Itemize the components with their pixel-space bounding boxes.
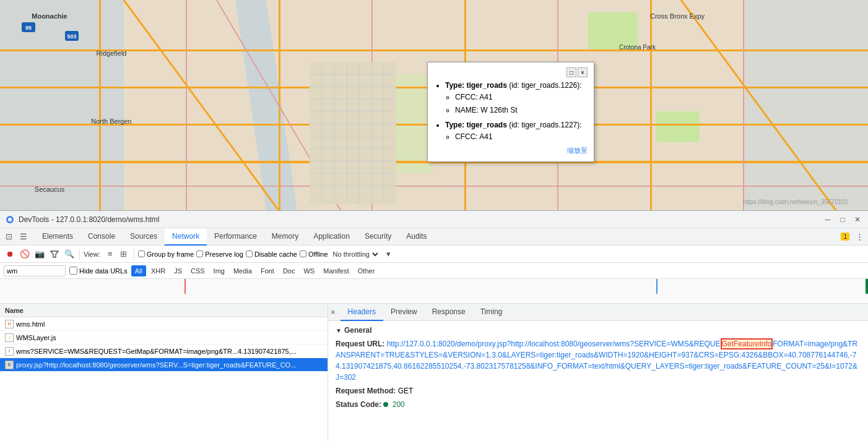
detail-tab-headers[interactable]: Headers xyxy=(341,304,383,321)
svg-rect-17 xyxy=(650,0,652,210)
tab-sources[interactable]: Sources xyxy=(123,228,165,246)
map-area: 95 503 Moonachie Ridgefield North Bergen… xyxy=(0,0,868,210)
filter-css-btn[interactable]: CSS xyxy=(187,265,209,276)
devtools-dock-btn[interactable]: ⊡ xyxy=(2,231,15,243)
preserve-log-checkbox[interactable]: Preserve log xyxy=(196,250,243,258)
detail-panel: × Headers Preview Response Timing ▼ Gene… xyxy=(328,304,868,441)
devtools-menu-btn[interactable]: ☰ xyxy=(17,231,30,243)
detail-tab-preview[interactable]: Preview xyxy=(383,304,425,321)
request-row-wms-html[interactable]: H wms.html xyxy=(0,317,328,331)
close-btn[interactable]: ✕ xyxy=(852,214,863,225)
request-row-proxy[interactable]: D proxy.jsp?http://localhost:8080/geoser… xyxy=(0,358,328,372)
popup-titlebar: □ × xyxy=(434,67,588,77)
detail-close-btn[interactable]: × xyxy=(331,307,336,317)
svg-text:Crotona Park: Crotona Park xyxy=(619,44,656,51)
preserve-log-label: Preserve log xyxy=(205,250,243,258)
tab-audits[interactable]: Audits xyxy=(399,228,434,246)
popup-minimize-btn[interactable]: □ xyxy=(566,67,576,77)
tab-performance[interactable]: Performance xyxy=(207,228,264,246)
view-label: View: xyxy=(84,250,100,258)
popup-item1-cfcc: CFCC: A41 xyxy=(455,92,588,103)
request-method-row: Request Method: GET xyxy=(336,385,861,396)
disable-cache-label: Disable cache xyxy=(254,250,297,258)
map-popup: □ × Type: tiger_roads (id: tiger_roads.1… xyxy=(427,62,594,162)
general-title: General xyxy=(344,326,372,335)
record-btn[interactable]: ⏺ xyxy=(4,248,16,260)
titlebar-controls: ─ □ ✕ xyxy=(822,214,863,225)
view-list-btn[interactable]: ≡ xyxy=(104,248,116,260)
preserve-log-input[interactable] xyxy=(196,250,203,257)
timeline-green-bar xyxy=(866,279,868,294)
filter-js-btn[interactable]: JS xyxy=(170,265,186,276)
request-list-body[interactable]: H wms.html J WMSLayer.js I wms?SERVICE=W… xyxy=(0,317,328,441)
filter-btn[interactable] xyxy=(48,248,61,260)
detail-tab-timing[interactable]: Timing xyxy=(473,304,510,321)
svg-rect-10 xyxy=(0,186,868,187)
camera-btn[interactable]: 📷 xyxy=(33,248,46,260)
status-code-label: Status Code: xyxy=(336,400,381,409)
popup-item2-type: Type: xyxy=(445,121,466,129)
filter-doc-btn[interactable]: Doc xyxy=(279,265,299,276)
tab-application[interactable]: Application xyxy=(306,228,357,246)
search-btn[interactable]: 🔍 xyxy=(63,248,76,260)
request-url-link[interactable]: http://127.0.0.1:8020/demo/proxy.jsp?htt… xyxy=(336,338,857,382)
view-grid-btn[interactable]: ⊞ xyxy=(118,248,130,260)
svg-text:North Bergen: North Bergen xyxy=(91,118,131,125)
popup-zoom-link[interactable]: 缩放至 xyxy=(434,145,588,156)
group-by-frame-label: Group by frame xyxy=(147,250,194,258)
throttle-select[interactable]: No throttling xyxy=(331,250,380,259)
toolbar-sep1 xyxy=(79,249,80,260)
group-by-frame-input[interactable] xyxy=(138,250,145,257)
request-method-value: GET xyxy=(398,387,414,395)
filter-xhr-btn[interactable]: XHR xyxy=(147,265,169,276)
request-name-wmslayer: WMSLayer.js xyxy=(16,334,56,341)
req-icon-js: J xyxy=(5,333,14,342)
minimize-btn[interactable]: ─ xyxy=(822,214,833,225)
filter-manifest-btn[interactable]: Manifest xyxy=(319,265,353,276)
devtools-more-btn[interactable]: ⋮ xyxy=(853,231,866,243)
disable-cache-input[interactable] xyxy=(246,250,253,257)
hide-data-urls-checkbox[interactable]: Hide data URLs xyxy=(69,267,128,275)
url-highlight: GetFeatureInfo xyxy=(721,338,773,349)
popup-item1-id: (id: tiger_roads.1226): xyxy=(509,81,581,90)
offline-checkbox[interactable]: Offline xyxy=(300,250,328,258)
request-method-label: Request Method: xyxy=(336,387,396,395)
clear-btn[interactable]: 🚫 xyxy=(19,248,31,260)
filter-media-btn[interactable]: Media xyxy=(230,265,256,276)
svg-rect-11 xyxy=(99,0,101,210)
hide-data-urls-input[interactable] xyxy=(69,267,77,275)
timeline-vline-blue xyxy=(656,279,658,294)
tab-console[interactable]: Console xyxy=(80,228,123,246)
collapse-triangle: ▼ xyxy=(336,327,342,334)
svg-rect-12 xyxy=(186,0,187,210)
req-icon-img: I xyxy=(5,347,14,356)
throttle-dropdown-btn[interactable]: ▾ xyxy=(383,248,395,260)
filter-all-btn[interactable]: All xyxy=(131,265,146,276)
tab-network[interactable]: Network xyxy=(165,228,207,246)
group-by-frame-checkbox[interactable]: Group by frame xyxy=(138,250,194,258)
devtools-title: DevTools - 127.0.0.1:8020/demo/wms.html xyxy=(19,215,822,224)
request-row-wmslayer[interactable]: J WMSLayer.js xyxy=(0,331,328,345)
filter-font-btn[interactable]: Font xyxy=(257,265,278,276)
general-section-title: ▼ General xyxy=(336,326,861,335)
filter-type-buttons: All XHR JS CSS Img Media Font Doc WS Man… xyxy=(131,265,379,276)
filter-other-btn[interactable]: Other xyxy=(354,265,379,276)
tab-memory[interactable]: Memory xyxy=(264,228,306,246)
status-code-value: 200 xyxy=(393,400,405,409)
svg-rect-1 xyxy=(0,0,124,210)
filter-img-btn[interactable]: Img xyxy=(210,265,228,276)
tab-security[interactable]: Security xyxy=(357,228,399,246)
popup-item1-type: Type: xyxy=(445,81,466,90)
svg-rect-2 xyxy=(743,0,868,210)
offline-input[interactable] xyxy=(300,250,306,257)
detail-tab-response[interactable]: Response xyxy=(425,304,473,321)
popup-close-btn[interactable]: × xyxy=(578,67,588,77)
tab-elements[interactable]: Elements xyxy=(35,228,80,246)
watermark-text: https://blog.csdn.net/weixin_35670101 xyxy=(743,199,849,205)
svg-text:503: 503 xyxy=(67,33,76,40)
filter-input[interactable] xyxy=(4,265,66,276)
request-row-getmap[interactable]: I wms?SERVICE=WMS&REQUEST=GetMap&FORMAT=… xyxy=(0,345,328,358)
maximize-btn[interactable]: □ xyxy=(837,214,848,225)
disable-cache-checkbox[interactable]: Disable cache xyxy=(246,250,297,258)
filter-ws-btn[interactable]: WS xyxy=(300,265,318,276)
